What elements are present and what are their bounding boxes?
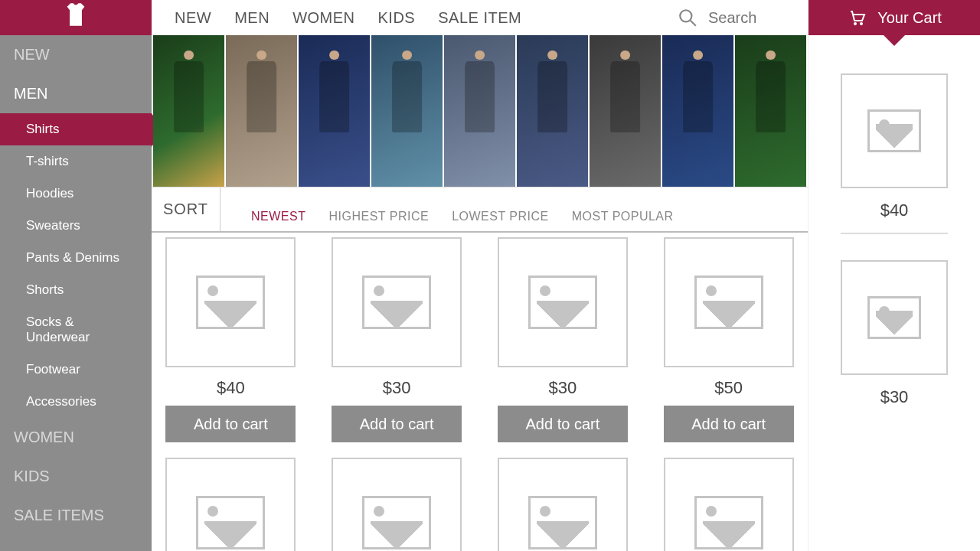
sidebar-item-kids[interactable]: KIDS: [0, 457, 152, 496]
product-card: $30 Add to cart: [328, 237, 466, 442]
nav-sale[interactable]: SALE ITEM: [438, 9, 521, 27]
main-content: NEW MEN WOMEN KIDS SALE ITEM SORT: [152, 0, 808, 551]
product-thumb[interactable]: [165, 237, 296, 367]
hero-image: [444, 35, 515, 187]
cart-item-thumb[interactable]: [841, 260, 948, 375]
hero-image: [371, 35, 443, 187]
hero-image: [517, 35, 588, 187]
image-placeholder-icon: [694, 496, 763, 549]
shirt-icon: [65, 2, 87, 28]
add-to-cart-button[interactable]: Add to cart: [664, 406, 794, 442]
app-root: NEW MEN Shirts T-shirts Hoodies Sweaters…: [0, 0, 980, 551]
sidebar-sub-pants[interactable]: Pants & Denims: [0, 242, 152, 274]
sidebar-item-men[interactable]: MEN: [0, 74, 152, 113]
product-card: $30 Add to cart: [494, 237, 632, 442]
product-price: $50: [714, 378, 743, 398]
cart-item: $30: [827, 260, 962, 407]
add-to-cart-button[interactable]: Add to cart: [332, 406, 462, 442]
sort-options: NEWEST HIGHEST PRICE LOWEST PRICE MOST P…: [220, 210, 808, 231]
image-placeholder-icon: [867, 109, 921, 152]
product-grid: $40 Add to cart $30 Add to cart $30 Add …: [152, 233, 808, 551]
sidebar-sub-accessories[interactable]: Accessories: [0, 386, 152, 418]
sidebar: NEW MEN Shirts T-shirts Hoodies Sweaters…: [0, 0, 152, 551]
product-card: [660, 458, 798, 551]
sidebar-sub-shirts[interactable]: Shirts: [0, 113, 152, 145]
hero-image: [590, 35, 661, 187]
image-placeholder-icon: [196, 496, 265, 549]
image-placeholder-icon: [694, 276, 763, 329]
svg-point-3: [860, 22, 863, 25]
cart-item-thumb[interactable]: [841, 73, 948, 188]
nav-women[interactable]: WOMEN: [292, 9, 354, 27]
product-thumb[interactable]: [332, 458, 462, 551]
product-card: $50 Add to cart: [660, 237, 798, 442]
nav-new[interactable]: NEW: [175, 9, 211, 27]
nav-men[interactable]: MEN: [234, 9, 270, 27]
sort-newest[interactable]: NEWEST: [251, 210, 305, 227]
product-thumb[interactable]: [165, 458, 296, 551]
product-price: $30: [383, 378, 411, 398]
product-card: [494, 458, 632, 551]
product-thumb[interactable]: [664, 237, 794, 367]
image-placeholder-icon: [362, 496, 431, 549]
image-placeholder-icon: [528, 276, 597, 329]
sidebar-sublist: Shirts T-shirts Hoodies Sweaters Pants &…: [0, 113, 152, 418]
product-thumb[interactable]: [664, 458, 794, 551]
divider: [841, 233, 948, 234]
svg-line-1: [690, 20, 696, 26]
product-thumb[interactable]: [498, 458, 628, 551]
image-placeholder-icon: [196, 276, 265, 329]
cart-list: $40 $30: [808, 35, 980, 551]
svg-point-0: [680, 10, 691, 21]
image-placeholder-icon: [867, 296, 921, 339]
cart-header[interactable]: Your Cart: [808, 0, 980, 35]
search: [678, 8, 785, 28]
sidebar-sub-sweaters[interactable]: Sweaters: [0, 210, 152, 242]
sidebar-sub-socks[interactable]: Socks & Underwear: [0, 306, 152, 354]
hero-image: [735, 35, 806, 187]
logo[interactable]: [0, 0, 152, 35]
svg-point-2: [854, 22, 857, 25]
product-price: $30: [549, 378, 577, 398]
search-icon[interactable]: [678, 8, 697, 28]
hero-image: [153, 35, 224, 187]
sort-lowest[interactable]: LOWEST PRICE: [452, 210, 549, 227]
product-card: $40 Add to cart: [162, 237, 299, 442]
product-price: $40: [217, 378, 245, 398]
product-card: [162, 458, 299, 551]
add-to-cart-button[interactable]: Add to cart: [165, 406, 296, 442]
sidebar-item-women[interactable]: WOMEN: [0, 418, 152, 457]
product-thumb[interactable]: [332, 237, 462, 367]
sidebar-item-new[interactable]: NEW: [0, 35, 152, 74]
cart-title: Your Cart: [877, 9, 942, 27]
top-nav: NEW MEN WOMEN KIDS SALE ITEM: [152, 0, 808, 35]
sidebar-sub-footwear[interactable]: Footwear: [0, 354, 152, 386]
product-thumb[interactable]: [498, 237, 628, 367]
sort-label: SORT: [152, 187, 220, 231]
sidebar-sub-hoodies[interactable]: Hoodies: [0, 178, 152, 210]
hero-image: [662, 35, 733, 187]
sidebar-sub-tshirts[interactable]: T-shirts: [0, 145, 152, 178]
sidebar-item-sale[interactable]: SALE ITEMS: [0, 496, 152, 535]
hero-banner: [153, 35, 806, 187]
cart-item-price: $40: [880, 201, 909, 220]
nav-kids[interactable]: KIDS: [378, 9, 416, 27]
search-input[interactable]: [708, 9, 785, 27]
sort-bar: SORT NEWEST HIGHEST PRICE LOWEST PRICE M…: [152, 187, 808, 233]
cart-panel: Your Cart $40 $30: [808, 0, 980, 551]
cart-item: $40: [827, 73, 962, 234]
cart-icon: [847, 8, 867, 27]
product-card: [328, 458, 466, 551]
image-placeholder-icon: [528, 496, 597, 549]
sidebar-sub-shorts[interactable]: Shorts: [0, 274, 152, 306]
add-to-cart-button[interactable]: Add to cart: [498, 406, 628, 442]
sort-highest[interactable]: HIGHEST PRICE: [328, 210, 429, 227]
image-placeholder-icon: [362, 276, 431, 329]
hero-image: [299, 35, 370, 187]
sort-popular[interactable]: MOST POPULAR: [572, 210, 674, 227]
cart-item-price: $30: [880, 387, 909, 407]
hero-image: [226, 35, 297, 187]
